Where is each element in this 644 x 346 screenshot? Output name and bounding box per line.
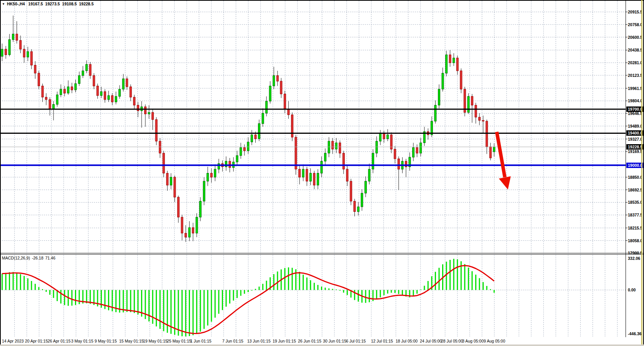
candle-body: [42, 86, 43, 97]
chart-surface[interactable]: [0, 0, 644, 346]
candle-body: [196, 217, 198, 233]
candle-body: [203, 181, 205, 201]
candle-body: [16, 34, 18, 40]
candle-body: [188, 228, 190, 237]
price-axis-label: 20123.5: [628, 73, 642, 78]
candle-body: [53, 105, 55, 110]
candle-body: [1, 49, 3, 57]
candle-body: [295, 137, 297, 169]
candle-body: [45, 97, 47, 100]
candle-body: [379, 133, 381, 141]
candle-body: [12, 34, 14, 40]
candle-body: [159, 141, 161, 153]
candle-body: [405, 161, 407, 167]
candle-body: [97, 86, 98, 96]
price-axis-label: 19804.0: [628, 98, 642, 103]
candle-body: [225, 161, 227, 167]
price-axis-label: 20281.0: [628, 60, 642, 65]
time-axis-label: 14 Apr 2023: [2, 339, 24, 343]
candle-body: [398, 159, 399, 169]
candle-body: [269, 86, 271, 101]
candle-body: [365, 181, 367, 193]
candle-body: [181, 217, 183, 233]
candle-body: [471, 96, 473, 105]
candle-body: [456, 58, 458, 71]
candle-body: [240, 148, 242, 156]
macd-axis-label: 332.06: [628, 256, 640, 261]
price-axis-label: 18377.5: [628, 212, 642, 218]
candle-body: [302, 169, 304, 177]
candle-body: [306, 169, 308, 181]
candle-body: [145, 107, 146, 114]
time-axis-label: 7 Jun 01:15: [222, 339, 243, 343]
price-axis-label: 18535.0: [628, 200, 642, 205]
candle-body: [229, 161, 231, 168]
candle-body: [258, 123, 260, 139]
candle-body: [313, 173, 315, 185]
candle-body: [438, 89, 440, 105]
candle-body: [324, 153, 326, 161]
candle-body: [236, 156, 238, 162]
candle-body: [266, 101, 268, 113]
candle-body: [446, 55, 448, 73]
candle-body: [8, 40, 10, 55]
candle-body: [420, 143, 422, 153]
time-axis-label: 15 May 01:15: [119, 339, 144, 343]
time-axis-label: 3 Aug 05:00: [462, 339, 484, 343]
window-border-top: [0, 0, 644, 1]
dropdown-icon[interactable]: ▼: [2, 2, 5, 6]
trend-arrow[interactable]: [497, 132, 511, 190]
time-axis-label: 25 May 01:15: [167, 339, 191, 343]
candle-body: [185, 233, 187, 237]
candle-body: [299, 169, 301, 177]
candle-body: [122, 79, 124, 89]
candle-body: [489, 147, 491, 158]
window-bottom-edge: [0, 344, 644, 346]
macd-axis-label: -446.36: [628, 331, 642, 336]
grid-layer: [0, 1, 626, 337]
candle-body: [137, 105, 139, 111]
candle-body: [346, 169, 348, 181]
candle-body: [243, 148, 245, 151]
candle-body: [130, 87, 131, 97]
candle-body: [166, 173, 168, 185]
candle-body: [163, 153, 165, 173]
candle-body: [317, 173, 319, 185]
price-axis-label: 19169.5: [628, 149, 642, 154]
candle-body: [335, 143, 337, 149]
candle-body: [115, 96, 117, 102]
candle-body: [475, 105, 477, 117]
candle-body: [210, 173, 212, 177]
candle-body: [368, 169, 370, 181]
candle-body: [416, 148, 418, 153]
candle-body: [372, 153, 374, 169]
candle-body: [67, 87, 69, 93]
candle-body: [482, 120, 484, 121]
candle-body: [82, 71, 84, 76]
ohlc-open-value: 19167.5: [28, 2, 43, 6]
price-axis-label: 20915.5: [628, 9, 642, 15]
time-axis-label: 12 Jul 01:15: [371, 339, 393, 343]
candle-body: [291, 115, 293, 137]
candle-body: [339, 143, 341, 153]
candle-body: [152, 112, 154, 120]
candle-body: [177, 197, 179, 217]
price-axis-label: 18058.0: [628, 238, 642, 243]
symbol-period-label: HK50-,H4: [7, 2, 25, 6]
price-axis-label: 20438.5: [628, 47, 642, 53]
time-axis-label: 3 May 01:15: [71, 339, 93, 343]
candle-body: [255, 135, 256, 139]
candle-body: [38, 73, 40, 86]
trading-chart-window: ▼ HK50-,H4 19167.5 19273.5 19108.5 19228…: [0, 0, 644, 346]
candle-body: [460, 71, 462, 89]
candle-body: [23, 49, 25, 57]
candle-body: [251, 135, 253, 142]
candle-body: [288, 109, 290, 115]
candle-body: [486, 121, 488, 147]
candle-body: [357, 207, 359, 212]
chart-title: ▼ HK50-,H4 19167.5 19273.5 19108.5 19228…: [2, 2, 96, 6]
candle-body: [413, 148, 414, 157]
candle-body: [479, 117, 481, 120]
candle-body: [434, 105, 436, 121]
candle-body: [126, 79, 128, 87]
